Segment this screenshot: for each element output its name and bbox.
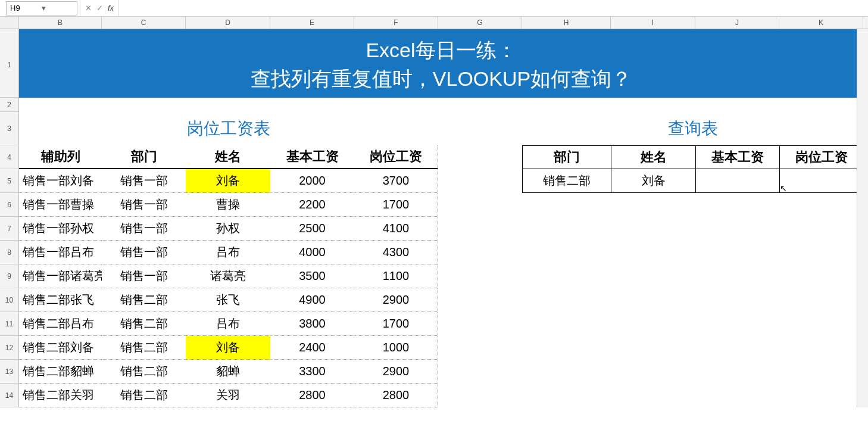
cell-E11[interactable]: 3800 bbox=[270, 312, 354, 336]
cell-B14[interactable]: 销售二部关羽 bbox=[19, 384, 102, 407]
cell-E8[interactable]: 4000 bbox=[270, 241, 354, 264]
formula-input[interactable] bbox=[119, 0, 868, 16]
confirm-icon[interactable]: ✓ bbox=[96, 4, 103, 13]
cell-B13[interactable]: 销售二部貂蝉 bbox=[19, 360, 102, 384]
col-header-G[interactable]: G bbox=[438, 17, 522, 29]
cell-K10[interactable] bbox=[779, 288, 863, 312]
cell-C6[interactable]: 销售一部 bbox=[102, 193, 186, 217]
cell-B10[interactable]: 销售二部张飞 bbox=[19, 288, 102, 312]
cell-H14[interactable] bbox=[522, 384, 611, 407]
cell-B2[interactable] bbox=[19, 98, 102, 112]
cell-C13[interactable]: 销售二部 bbox=[102, 360, 186, 384]
col-header-E[interactable]: E bbox=[270, 17, 354, 29]
cell-E10[interactable]: 4900 bbox=[270, 288, 354, 312]
cell-I13[interactable] bbox=[611, 360, 695, 384]
cancel-icon[interactable]: ✕ bbox=[85, 4, 92, 13]
salary-hdr-dept[interactable]: 部门 bbox=[102, 145, 186, 169]
cell-G4[interactable] bbox=[438, 145, 522, 169]
cell-F12[interactable]: 1000 bbox=[354, 336, 438, 360]
row-header-2[interactable]: 2 bbox=[0, 98, 19, 112]
cell-I2[interactable] bbox=[611, 98, 695, 112]
cell-F13[interactable]: 2900 bbox=[354, 360, 438, 384]
lookup-hdr-name[interactable]: 姓名 bbox=[611, 145, 695, 169]
cell-F10[interactable]: 2900 bbox=[354, 288, 438, 312]
title-cell[interactable]: Excel每日一练： 查找列有重复值时，VLOOKUP如何查询？ bbox=[19, 32, 863, 98]
cell-G13[interactable] bbox=[438, 360, 522, 384]
cell-F7[interactable]: 4100 bbox=[354, 217, 438, 241]
cell-I11[interactable] bbox=[611, 312, 695, 336]
cell-D8[interactable]: 吕布 bbox=[186, 241, 270, 264]
col-header-H[interactable]: H bbox=[522, 17, 611, 29]
lookup-post[interactable] bbox=[779, 169, 863, 193]
salary-hdr-post[interactable]: 岗位工资 bbox=[354, 145, 438, 169]
cell-B5[interactable]: 销售一部刘备 bbox=[19, 169, 102, 193]
salary-hdr-aux[interactable]: 辅助列 bbox=[19, 145, 102, 169]
cell-K14[interactable] bbox=[779, 384, 863, 407]
cell-C5[interactable]: 销售一部 bbox=[102, 169, 186, 193]
cell-H12[interactable] bbox=[522, 336, 611, 360]
cell-K13[interactable] bbox=[779, 360, 863, 384]
lookup-hdr-post[interactable]: 岗位工资 bbox=[779, 145, 863, 169]
cell-H2[interactable] bbox=[522, 98, 611, 112]
cell-C7[interactable]: 销售一部 bbox=[102, 217, 186, 241]
cell-H6[interactable] bbox=[522, 193, 611, 217]
cell-G5[interactable] bbox=[438, 169, 522, 193]
cell-E13[interactable]: 3300 bbox=[270, 360, 354, 384]
cell-F14[interactable]: 2800 bbox=[354, 384, 438, 407]
cell-C12[interactable]: 销售二部 bbox=[102, 336, 186, 360]
lookup-base[interactable] bbox=[695, 169, 779, 193]
cell-B7[interactable]: 销售一部孙权 bbox=[19, 217, 102, 241]
cell-I12[interactable] bbox=[611, 336, 695, 360]
row-header-6[interactable]: 6 bbox=[0, 193, 19, 217]
cell-E9[interactable]: 3500 bbox=[270, 264, 354, 288]
cell-H8[interactable] bbox=[522, 241, 611, 264]
cell-J12[interactable] bbox=[695, 336, 779, 360]
row-header-5[interactable]: 5 bbox=[0, 169, 19, 193]
cell-J8[interactable] bbox=[695, 241, 779, 264]
cell-G8[interactable] bbox=[438, 241, 522, 264]
lookup-name[interactable]: 刘备 bbox=[611, 169, 695, 193]
cell-H7[interactable] bbox=[522, 217, 611, 241]
cell-H11[interactable] bbox=[522, 312, 611, 336]
cell-I9[interactable] bbox=[611, 264, 695, 288]
lookup-table-title[interactable]: 查询表 bbox=[522, 112, 863, 145]
row-header-11[interactable]: 11 bbox=[0, 312, 19, 336]
cell-F2[interactable] bbox=[354, 98, 438, 112]
cell-J11[interactable] bbox=[695, 312, 779, 336]
cell-K9[interactable] bbox=[779, 264, 863, 288]
lookup-hdr-base[interactable]: 基本工资 bbox=[695, 145, 779, 169]
cell-J10[interactable] bbox=[695, 288, 779, 312]
col-header-D[interactable]: D bbox=[186, 17, 270, 29]
cell-E7[interactable]: 2500 bbox=[270, 217, 354, 241]
cell-G6[interactable] bbox=[438, 193, 522, 217]
cell-G12[interactable] bbox=[438, 336, 522, 360]
cell-C9[interactable]: 销售一部 bbox=[102, 264, 186, 288]
cell-D12[interactable]: 刘备 bbox=[186, 336, 270, 360]
cell-H10[interactable] bbox=[522, 288, 611, 312]
fx-icon[interactable]: fx bbox=[108, 4, 114, 13]
cell-J13[interactable] bbox=[695, 360, 779, 384]
cell-E12[interactable]: 2400 bbox=[270, 336, 354, 360]
col-header-C[interactable]: C bbox=[102, 17, 186, 29]
cell-G11[interactable] bbox=[438, 312, 522, 336]
cell-G10[interactable] bbox=[438, 288, 522, 312]
col-header-I[interactable]: I bbox=[611, 17, 695, 29]
row-header-12[interactable]: 12 bbox=[0, 336, 19, 360]
row-header-7[interactable]: 7 bbox=[0, 217, 19, 241]
name-box[interactable]: H9 ▾ bbox=[6, 1, 77, 15]
cell-E5[interactable]: 2000 bbox=[270, 169, 354, 193]
cell-D9[interactable]: 诸葛亮 bbox=[186, 264, 270, 288]
cell-F11[interactable]: 1700 bbox=[354, 312, 438, 336]
cell-B11[interactable]: 销售二部吕布 bbox=[19, 312, 102, 336]
col-header-F[interactable]: F bbox=[354, 17, 438, 29]
cell-K11[interactable] bbox=[779, 312, 863, 336]
select-all-corner[interactable] bbox=[0, 17, 19, 29]
cell-F6[interactable]: 1700 bbox=[354, 193, 438, 217]
cell-D10[interactable]: 张飞 bbox=[186, 288, 270, 312]
cell-D13[interactable]: 貂蝉 bbox=[186, 360, 270, 384]
cell-D7[interactable]: 孙权 bbox=[186, 217, 270, 241]
cell-B6[interactable]: 销售一部曹操 bbox=[19, 193, 102, 217]
cell-C14[interactable]: 销售二部 bbox=[102, 384, 186, 407]
cell-I10[interactable] bbox=[611, 288, 695, 312]
salary-hdr-base[interactable]: 基本工资 bbox=[270, 145, 354, 169]
